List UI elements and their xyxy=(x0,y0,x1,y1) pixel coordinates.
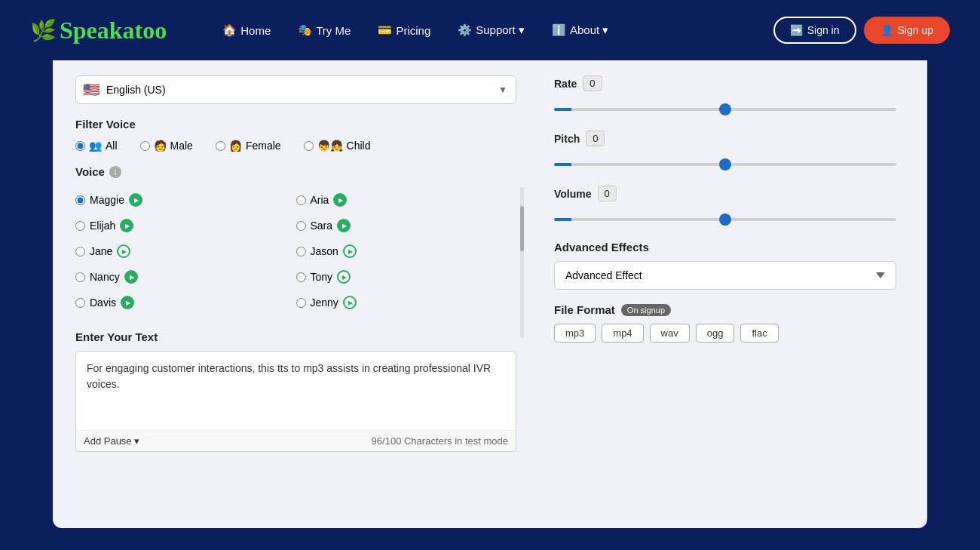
voice-item-sara[interactable]: Sara xyxy=(296,213,517,238)
volume-value: 0 xyxy=(598,186,617,201)
voice-radio-nancy[interactable] xyxy=(75,272,85,282)
signup-icon: 👤 xyxy=(880,24,893,36)
filter-all-label: All xyxy=(106,140,118,152)
play-sara-icon[interactable] xyxy=(337,219,351,232)
voice-name-elijah: Elijah xyxy=(90,220,115,232)
format-wav[interactable]: wav xyxy=(650,324,690,343)
voice-section-title: Voice xyxy=(75,165,105,178)
format-flac[interactable]: flac xyxy=(740,324,778,343)
pitch-slider-wrap xyxy=(554,152,896,172)
voice-radio-tony[interactable] xyxy=(296,272,306,282)
filter-child-emoji: 👦👧 xyxy=(317,140,343,152)
nav-support[interactable]: ⚙️ Support ▾ xyxy=(447,17,535,43)
scrollbar-thumb[interactable] xyxy=(520,206,524,251)
voice-item-maggie[interactable]: Maggie xyxy=(75,187,296,213)
voice-section-header: Voice i xyxy=(75,165,516,178)
text-area-wrap: For engaging customer interactions, this… xyxy=(75,351,516,452)
volume-slider-section: Volume 0 xyxy=(554,186,896,227)
format-mp3[interactable]: mp3 xyxy=(554,324,596,343)
language-select-wrap: 🇺🇸 English (US) English (UK) Spanish Fre… xyxy=(75,75,516,104)
nav-home[interactable]: 🏠 Home xyxy=(212,17,281,43)
voice-item-jason[interactable]: Jason xyxy=(296,238,517,264)
logo: 🌿 Speakatoo xyxy=(30,17,167,45)
filter-male[interactable]: 🧑 Male xyxy=(140,140,193,152)
voice-col-1: Maggie Elijah Jane xyxy=(75,187,296,315)
advanced-effects-section: Advanced Effects Advanced Effect Echo Re… xyxy=(554,241,896,303)
volume-slider[interactable] xyxy=(554,218,896,221)
voice-grid: Maggie Elijah Jane xyxy=(75,187,516,315)
format-ogg[interactable]: ogg xyxy=(696,324,735,343)
pitch-value: 0 xyxy=(586,131,605,146)
voice-item-jenny[interactable]: Jenny xyxy=(296,290,517,315)
voice-info-icon[interactable]: i xyxy=(109,166,121,178)
play-jason-icon[interactable] xyxy=(343,244,357,258)
char-count: 96/100 Characters in test mode xyxy=(372,435,508,447)
pitch-label-text: Pitch xyxy=(554,133,580,145)
nav-pricing[interactable]: 💳 Pricing xyxy=(367,17,441,43)
voice-item-jane[interactable]: Jane xyxy=(75,238,296,264)
voice-item-aria[interactable]: Aria xyxy=(296,187,517,213)
filter-voice-section: Filter Voice 👥 All 🧑 Male 👩 xyxy=(75,118,516,152)
voice-item-elijah[interactable]: Elijah xyxy=(75,213,296,238)
filter-voice-title: Filter Voice xyxy=(75,118,516,131)
rate-slider-section: Rate 0 xyxy=(554,75,896,117)
voice-radio-sara[interactable] xyxy=(296,221,306,231)
navbar: 🌿 Speakatoo 🏠 Home 🎭 Try Me 💳 Pricing ⚙️… xyxy=(0,0,980,60)
nav-tryme[interactable]: 🎭 Try Me xyxy=(287,17,361,43)
advanced-effects-select[interactable]: Advanced Effect Echo Reverb Chorus xyxy=(554,261,896,290)
voice-item-nancy[interactable]: Nancy xyxy=(75,264,296,290)
pitch-slider[interactable] xyxy=(554,163,896,166)
add-pause-button[interactable]: Add Pause ▾ xyxy=(84,435,139,447)
voice-radio-jenny[interactable] xyxy=(296,298,306,308)
pricing-icon: 💳 xyxy=(378,23,392,37)
volume-label-text: Volume xyxy=(554,188,592,200)
left-panel: 🇺🇸 English (US) English (UK) Spanish Fre… xyxy=(75,75,516,467)
voice-name-jane: Jane xyxy=(90,245,112,257)
text-footer: Add Pause ▾ 96/100 Characters in test mo… xyxy=(76,430,516,451)
filter-child[interactable]: 👦👧 Child xyxy=(304,140,371,152)
voice-name-sara: Sara xyxy=(311,220,333,232)
signin-button[interactable]: ➡️ Sign in xyxy=(773,17,856,44)
play-davis-icon[interactable] xyxy=(121,296,134,309)
nav-tryme-label: Try Me xyxy=(316,24,351,37)
play-jenny-icon[interactable] xyxy=(343,296,357,309)
pitch-label: Pitch 0 xyxy=(554,131,896,146)
voice-radio-jason[interactable] xyxy=(296,247,306,257)
main-content: 🇺🇸 English (US) English (UK) Spanish Fre… xyxy=(53,60,927,528)
advanced-effects-title: Advanced Effects xyxy=(554,241,896,253)
filter-voice-options: 👥 All 🧑 Male 👩 Female xyxy=(75,140,516,152)
rate-slider[interactable] xyxy=(554,108,896,111)
voice-col-2: Aria Sara Jason xyxy=(296,187,517,315)
voice-item-davis[interactable]: Davis xyxy=(75,290,296,315)
play-tony-icon[interactable] xyxy=(337,270,351,284)
play-nancy-icon[interactable] xyxy=(124,270,138,284)
nav-about[interactable]: ℹ️ About ▾ xyxy=(541,17,619,43)
filter-all-radio[interactable] xyxy=(75,141,85,151)
voice-item-tony[interactable]: Tony xyxy=(296,264,517,290)
signup-button[interactable]: 👤 Sign up xyxy=(864,17,950,44)
voice-radio-aria[interactable] xyxy=(296,195,306,205)
play-jane-icon[interactable] xyxy=(117,244,130,258)
filter-male-radio[interactable] xyxy=(140,141,150,151)
filter-female-radio[interactable] xyxy=(216,141,225,151)
voice-name-davis: Davis xyxy=(90,297,116,309)
voice-radio-elijah[interactable] xyxy=(75,221,85,231)
language-flag: 🇺🇸 xyxy=(83,81,100,98)
voice-radio-maggie[interactable] xyxy=(75,195,85,205)
add-pause-label: Add Pause ▾ xyxy=(84,435,139,447)
play-elijah-icon[interactable] xyxy=(120,219,133,232)
play-aria-icon[interactable] xyxy=(333,193,347,207)
play-maggie-icon[interactable] xyxy=(129,193,142,207)
voice-radio-jane[interactable] xyxy=(75,247,85,257)
filter-child-radio[interactable] xyxy=(304,141,314,151)
voice-radio-davis[interactable] xyxy=(75,298,85,308)
voice-name-maggie: Maggie xyxy=(90,194,124,206)
nav-home-label: Home xyxy=(240,24,271,37)
text-input[interactable]: For engaging customer interactions, this… xyxy=(76,352,516,427)
filter-all[interactable]: 👥 All xyxy=(75,140,118,152)
filter-female-emoji: 👩 xyxy=(229,140,242,152)
format-mp4[interactable]: mp4 xyxy=(602,324,643,343)
language-select[interactable]: English (US) English (UK) Spanish French xyxy=(75,75,516,104)
signin-label: Sign in xyxy=(807,24,840,36)
filter-female[interactable]: 👩 Female xyxy=(216,140,281,152)
